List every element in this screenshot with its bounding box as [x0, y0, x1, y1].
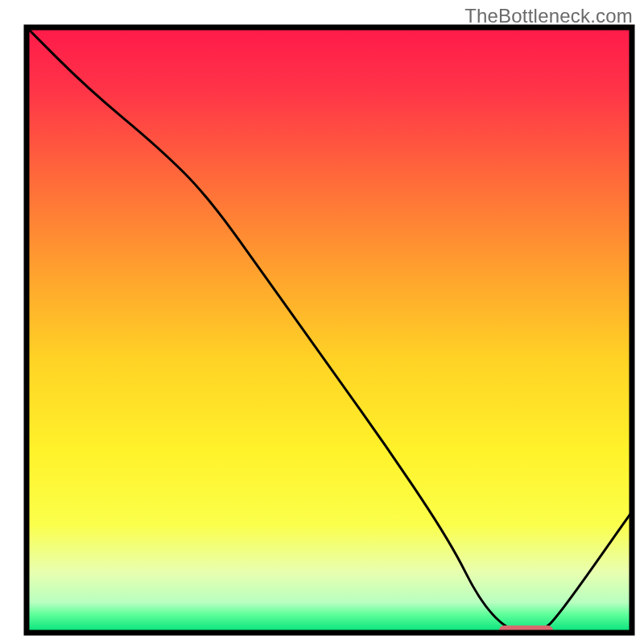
watermark-text: TheBottleneck.com	[464, 5, 633, 27]
gradient-background	[27, 27, 632, 633]
bottleneck-chart	[0, 0, 644, 644]
chart-container: TheBottleneck.com	[0, 0, 644, 644]
